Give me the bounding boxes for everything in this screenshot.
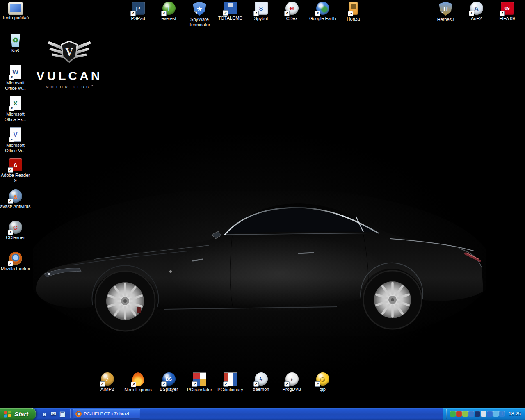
tray-icon[interactable]: [475, 411, 480, 417]
desktop-icon-image: [132, 372, 144, 386]
desktop-icon-label: Tento počítač: [2, 15, 29, 21]
desktop-icon-image: BS: [162, 372, 176, 386]
desktop-icon-label: qip: [320, 387, 326, 392]
windows-logo-icon: [4, 410, 12, 418]
desktop-icon-label: PCdictionary: [217, 387, 243, 393]
desktop-icon-image: [193, 372, 206, 386]
desktop-icon-image: A: [470, 2, 483, 15]
desktop-icon[interactable]: TOTALCMD: [215, 1, 246, 27]
desktop-icon[interactable]: P PSPad: [123, 1, 153, 27]
desktop-icon-label: daemon: [253, 387, 269, 392]
desktop-icon-label: Microsoft Office W...: [0, 80, 31, 91]
desktop-icon[interactable]: X Microsoft Office Ex...: [0, 95, 31, 126]
desktop-icon[interactable]: ♪ AIMP2: [92, 372, 123, 393]
quick-launch-icon[interactable]: e: [40, 409, 49, 418]
desktop-icon-label: Microsoft Office Vi...: [0, 143, 31, 153]
desktop-icon[interactable]: Nero Express: [123, 372, 153, 393]
tray-icon[interactable]: [468, 411, 474, 417]
desktop-icon-image: S: [255, 2, 268, 15]
desktop-icon-label: Spybot: [254, 16, 268, 21]
tray-icon[interactable]: [487, 411, 493, 417]
desktop-icon[interactable]: ★ SpyWare Terminator: [184, 1, 215, 27]
tray-icon[interactable]: [450, 411, 456, 417]
desktop-icon[interactable]: Google Earth: [307, 1, 338, 27]
desktop-icon[interactable]: Honza: [338, 1, 369, 27]
vulcan-logo: V VULCAN MOTOR CLUB™: [36, 38, 103, 89]
desktop-icon-image: [224, 372, 237, 386]
desktop-icon-image: ★: [193, 2, 206, 16]
logo-brand-text: VULCAN: [36, 69, 103, 83]
desktop-icon[interactable]: A Adobe Reader 9: [0, 158, 31, 189]
tray-icon[interactable]: [493, 411, 499, 417]
desktop-icon-label: Google Earth: [309, 16, 336, 21]
system-tray: i 18:25: [443, 408, 525, 420]
clock[interactable]: 18:25: [509, 411, 521, 417]
desktop-icon-image: ex: [285, 2, 299, 15]
desktop-icon-image: H: [439, 2, 452, 16]
desktop-icon[interactable]: BS BSplayer: [153, 372, 184, 393]
desktop-icon[interactable]: PCtranslator: [184, 372, 215, 393]
desktop-icon-label: AoE2: [471, 16, 482, 21]
desktop-icon-label: BSplayer: [160, 387, 178, 392]
tray-icon-strip: i: [450, 411, 505, 417]
desktop-icon-label: TOTALCMD: [218, 16, 243, 21]
desktop-icon-image: a: [9, 189, 22, 203]
taskbar-separator: [70, 409, 71, 418]
desktop-icon-image: ◗: [285, 372, 299, 386]
desktop-icon-image: i: [162, 2, 176, 15]
desktop-icon-image: [9, 252, 22, 265]
desktop-icon[interactable]: 09 FIFA 09: [492, 1, 523, 22]
desktop-icon-column-left: Tento počítač ♻ Koš W Microsoft Office W…: [0, 2, 31, 282]
desktop-icon-image: ☺: [316, 372, 329, 386]
desktop-icon-image: [8, 2, 23, 14]
desktop-icon-label: Microsoft Office Ex...: [0, 112, 31, 122]
desktop-icon[interactable]: ♻ Koš: [0, 33, 31, 64]
desktop-icon[interactable]: A AoE2: [461, 1, 492, 22]
tray-icon[interactable]: [462, 411, 468, 417]
desktop-icon[interactable]: ◗ ProgDVB: [276, 372, 307, 393]
desktop-icon[interactable]: Tento počítač: [0, 2, 31, 33]
desktop-icon-label: Honza: [347, 16, 360, 22]
desktop-icon-image: ♻: [10, 34, 21, 47]
svg-text:V: V: [66, 46, 73, 58]
desktop-icon-row-top-left: P PSPad i everest ★ SpyWare Terminator T…: [123, 1, 369, 27]
desktop-icon-image: P: [132, 2, 145, 15]
desktop-icon-image: A: [9, 158, 22, 171]
desktop-icon[interactable]: a avast! Antivirus: [0, 189, 31, 220]
desktop-icon-row-bottom: ♪ AIMP2 Nero Express BS BSplayer PCtrans…: [92, 372, 338, 393]
start-button-label: Start: [14, 411, 28, 418]
desktop-icon-image: X: [10, 96, 21, 110]
desktop-icon-label: PSPad: [131, 16, 145, 21]
desktop-icon[interactable]: C CCleaner: [0, 220, 31, 251]
desktop-icon-label: CCleaner: [6, 235, 25, 240]
desktop-icon-image: [316, 2, 329, 15]
desktop-icon-image: ♪: [101, 372, 114, 386]
desktop-icon-label: everest: [161, 16, 176, 21]
desktop-icon-label: Koš: [11, 48, 19, 54]
desktop-icon[interactable]: PCdictionary: [215, 372, 246, 393]
quick-launch-icon[interactable]: ✉: [49, 409, 58, 418]
desktop-icon-label: FIFA 09: [500, 16, 515, 21]
trademark-symbol: ™: [91, 84, 93, 87]
desktop-icon[interactable]: W Microsoft Office W...: [0, 64, 31, 95]
desktop-icon[interactable]: ex CDex: [276, 1, 307, 27]
start-button[interactable]: Start: [0, 408, 36, 420]
desktop-icon[interactable]: S Spybot: [246, 1, 276, 27]
desktop-icon[interactable]: Mozilla Firefox: [0, 251, 31, 282]
tray-icon[interactable]: [481, 411, 486, 417]
quick-launch-icon[interactable]: ▣: [58, 409, 67, 418]
tray-icon[interactable]: i: [499, 411, 505, 417]
firefox-icon: [75, 411, 82, 417]
desktop-icon-image: C: [9, 221, 22, 234]
task-button-firefox-pchelp[interactable]: PC-HELP.CZ • Zobrazi...: [73, 409, 140, 419]
desktop-icon[interactable]: H Heroes3: [430, 1, 461, 22]
desktop-icon-label: ProgDVB: [283, 387, 301, 392]
quick-launch-bar: e ✉ ▣: [36, 408, 68, 420]
desktop-icon[interactable]: ϟ daemon: [246, 372, 276, 393]
desktop-icon[interactable]: ☺ qip: [307, 372, 338, 393]
desktop-icon[interactable]: V Microsoft Office Vi...: [0, 126, 31, 158]
tray-icon[interactable]: [456, 411, 462, 417]
logo-subtitle-text: MOTOR CLUB™: [36, 84, 103, 89]
desktop-icon[interactable]: i everest: [153, 1, 184, 27]
desktop-icon-label: Mozilla Firefox: [1, 266, 30, 272]
